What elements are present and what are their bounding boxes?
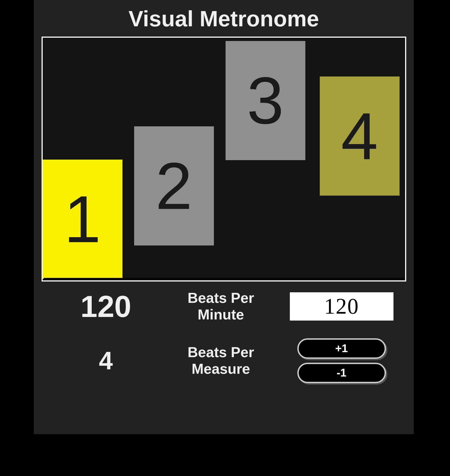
page-title: Visual Metronome xyxy=(34,0,414,37)
beat-display-area: 1 2 3 4 xyxy=(42,37,406,281)
beat-floor-line xyxy=(44,278,404,280)
beats-per-measure-label: Beats Per Measure xyxy=(161,344,280,377)
bpm-label-line1: Beats Per xyxy=(161,290,280,306)
bpm-input[interactable] xyxy=(290,292,393,321)
metronome-panel: Visual Metronome 1 2 3 4 120 Beats Per M… xyxy=(34,0,414,434)
bpm-label-line2: Minute xyxy=(161,306,280,323)
beats-per-measure-value: 4 xyxy=(50,348,161,373)
bpm-value: 120 xyxy=(50,291,161,322)
increment-beats-button[interactable]: +1 xyxy=(297,338,386,359)
beat-tile-3: 3 xyxy=(226,41,305,160)
beat-tile-2: 2 xyxy=(134,126,214,245)
beats-label-line2: Measure xyxy=(161,361,280,377)
beat-tile-4: 4 xyxy=(320,76,400,196)
beat-tile-1: 1 xyxy=(43,160,122,279)
bpm-row: 120 Beats Per Minute xyxy=(50,290,403,323)
beats-label-line1: Beats Per xyxy=(161,344,280,361)
bpm-label: Beats Per Minute xyxy=(161,290,280,323)
decrement-beats-button[interactable]: -1 xyxy=(297,363,386,383)
beats-per-measure-row: 4 Beats Per Measure +1 -1 xyxy=(50,338,403,383)
